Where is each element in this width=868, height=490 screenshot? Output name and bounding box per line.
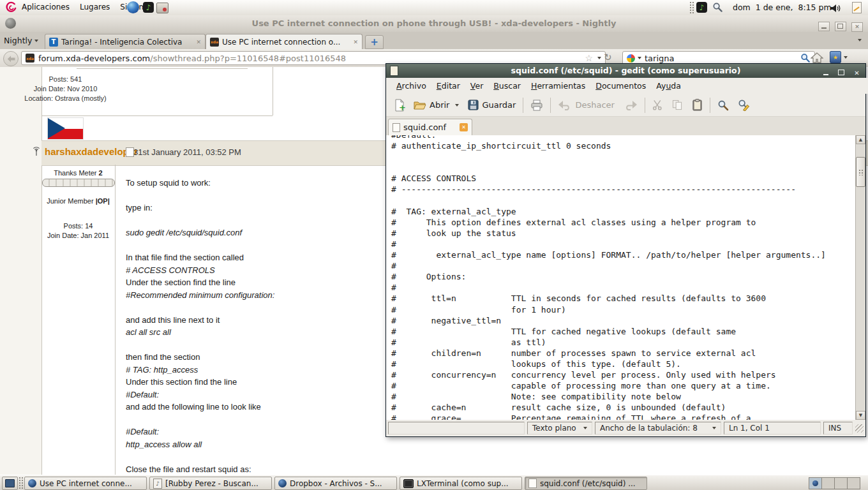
search-go-icon[interactable] (800, 53, 811, 63)
print-button[interactable] (526, 96, 548, 114)
editor-scrollbar[interactable]: ▲ ▼ (855, 135, 865, 420)
reload-icon[interactable]: ↻ (604, 52, 612, 63)
taskbar-button[interactable]: Dropbox - Archivos - S... (274, 477, 397, 490)
top-panel: AplicacionesLugaresSistema ♪ ♪ dom 1 de … (0, 0, 868, 16)
gedit-document-tabbar: squid.conf ✕ (386, 117, 865, 136)
close-icon[interactable]: ✕ (852, 69, 862, 78)
panel-menu-aplicaciones[interactable]: Aplicaciones (17, 0, 75, 14)
find-replace-icon (738, 99, 750, 111)
close-icon[interactable]: ✕ (851, 22, 863, 32)
maximize-icon[interactable] (837, 68, 846, 77)
user-stat-line: Posts: 14 (32, 221, 124, 231)
media-tray-icon[interactable]: ♪ (696, 2, 707, 13)
close-document-icon[interactable]: ✕ (460, 123, 468, 131)
new-tab-button[interactable]: + (365, 35, 384, 49)
resize-grip[interactable] (855, 424, 864, 433)
menu-herramientas[interactable]: Herramientas (526, 79, 590, 93)
taringa-favicon-icon: T (49, 38, 58, 47)
save-button[interactable]: Guardar (463, 96, 520, 114)
debian-menu-icon[interactable] (5, 1, 17, 16)
clock[interactable]: dom 1 de ene, 8:15 pm (733, 3, 832, 12)
undo-button[interactable]: Deshacer (553, 96, 618, 114)
bookmarks-menu-button[interactable]: ★ (830, 51, 848, 63)
search-engine-icon[interactable] (627, 54, 635, 63)
gedit-titlebar[interactable]: squid.conf (/etc/squid) - gedit (como su… (386, 64, 865, 78)
cut-button[interactable] (648, 96, 668, 114)
workspace-3[interactable] (834, 477, 848, 489)
scrollbar-thumb[interactable] (856, 157, 865, 187)
bookmark-star-icon[interactable]: ☆ (585, 53, 593, 63)
menu-ver[interactable]: Ver (465, 79, 488, 93)
menu-editar[interactable]: Editar (431, 79, 465, 93)
post-body-line (126, 450, 274, 463)
show-desktop-button[interactable] (2, 477, 18, 490)
redo-button[interactable] (619, 96, 642, 114)
taskbar-button[interactable]: Use PC internet conne... (24, 477, 147, 490)
firefox-launcher-icon[interactable] (127, 1, 139, 13)
workspace-1[interactable] (809, 477, 822, 489)
close-tab-icon[interactable]: ✕ (353, 39, 358, 45)
music-player-launcher-icon[interactable]: ♪ (143, 2, 154, 13)
post-body-line (126, 301, 274, 314)
post-body-line: and add the following line to look like (126, 401, 274, 413)
post-body-line: Close the file and restart squid as: (126, 463, 274, 476)
maximize-icon[interactable] (835, 22, 846, 31)
post-body-line (126, 239, 274, 252)
taskbar-button[interactable]: LXTerminal (como sup... (400, 477, 522, 490)
search-tray-icon[interactable] (712, 2, 723, 15)
search-engine-dropdown-icon[interactable] (638, 57, 641, 59)
minimize-icon[interactable] (818, 22, 830, 31)
document-tab[interactable]: squid.conf ✕ (388, 119, 472, 135)
minimize-icon[interactable] (821, 68, 831, 77)
panel-menu-lugares[interactable]: Lugares (75, 0, 115, 14)
terminal-icon (403, 479, 414, 488)
back-button[interactable] (3, 51, 19, 66)
search-input[interactable]: tarigna (645, 54, 800, 63)
menu-archivo[interactable]: Archivo (391, 79, 431, 93)
browser-tab[interactable]: xdaUse PC internet connection o...✕ (206, 34, 363, 49)
status-message-field (388, 422, 525, 434)
czech-flag-image (48, 118, 83, 139)
browser-window-title: Use PC internet connection on phone thro… (0, 19, 868, 28)
printer-icon (530, 100, 543, 111)
workspace-2[interactable] (821, 477, 835, 489)
scroll-up-icon[interactable]: ▲ (856, 135, 865, 144)
copy-button[interactable] (668, 96, 687, 114)
close-tab-icon[interactable]: ✕ (196, 39, 201, 45)
menu-documentos[interactable]: Documentos (590, 79, 651, 93)
taskbar-button[interactable]: squid.conf (/etc/squid) ... (525, 477, 647, 490)
highlight-mode-combo[interactable]: Texto plano (527, 422, 592, 434)
tab-width-combo[interactable]: Ancho de la tabulación: 8 (595, 422, 721, 434)
taskbar-button[interactable]: ♪[Rubby Perez - Buscan... (149, 477, 272, 490)
post-author-link[interactable]: harshaxdadeveloper (45, 146, 138, 157)
open-button[interactable]: Abrir (409, 96, 463, 114)
new-document-button[interactable]: + (390, 96, 409, 114)
bookmark-dropdown-icon[interactable] (597, 57, 601, 59)
list-all-tabs-icon[interactable] (858, 39, 862, 41)
scroll-down-icon[interactable]: ▼ (856, 411, 865, 420)
editor-text-area[interactable]: #Default: # authenticate_ip_shortcircuit… (386, 135, 856, 420)
divider (42, 115, 273, 116)
find-button[interactable] (713, 96, 733, 114)
taskbar-grip-handle[interactable] (19, 477, 23, 489)
post-body-line: # TAG: http_access (126, 364, 274, 376)
thanks-meter-label: Thanks Meter 2 (32, 169, 124, 177)
desktop: { "top_panel": { "menus": [ {"label": "A… (0, 0, 868, 490)
browser-tab[interactable]: TTaringa! - Inteligencia Colectiva✕ (45, 34, 206, 49)
volume-icon[interactable] (830, 3, 841, 15)
xda-favicon-icon: xda (210, 38, 219, 47)
post-body: To setup squid to work: type in: sudo ge… (126, 177, 274, 475)
firefox-app-button[interactable]: Nightly (4, 34, 38, 47)
replace-button[interactable] (733, 96, 754, 114)
package-launcher-icon[interactable] (156, 3, 168, 13)
workspace-4[interactable] (847, 477, 860, 489)
menu-buscar[interactable]: Buscar (488, 79, 526, 93)
browser-titlebar[interactable]: Use PC internet connection on phone thro… (0, 15, 868, 33)
menu-ayuda[interactable]: Ayuda (651, 79, 686, 93)
tray-grip-handle[interactable] (689, 1, 694, 14)
post-body-line (126, 339, 274, 352)
paste-button[interactable] (687, 96, 707, 114)
user-info-line: Posts: 541 (19, 75, 112, 84)
notes-applet-icon[interactable] (852, 2, 862, 13)
taskbar: Use PC internet conne...♪[Rubby Perez - … (0, 475, 868, 490)
